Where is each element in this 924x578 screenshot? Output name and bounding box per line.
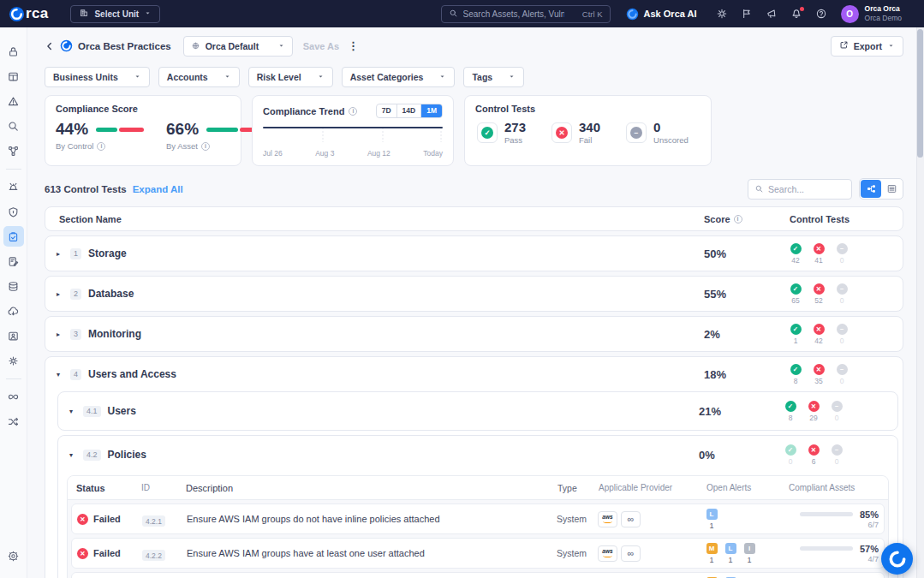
notification-dot [800,7,804,11]
ask-orca-ai-button[interactable]: Ask Orca AI [626,8,697,21]
orca-chat-button[interactable] [881,543,913,575]
chevron-down-icon[interactable]: ▾ [57,371,70,378]
section-line-4[interactable]: ▾ 4 Users and Access 18% ✓8✕35−0 [45,357,903,391]
column-section-name: Section Name [59,214,704,224]
unscored-icon: − [832,444,843,456]
sidebar-item-search-icon[interactable] [3,116,24,136]
theme-icon[interactable] [716,8,728,20]
table-search-input[interactable] [768,184,842,194]
fail-count: 41 [814,256,822,265]
profile-selector[interactable]: Orca Default [183,36,293,57]
export-button[interactable]: Export [831,36,903,57]
filter-business-units[interactable]: Business Units [45,67,150,87]
sidebar-settings-icon[interactable] [3,545,24,566]
sidebar-item-attack-path-icon[interactable] [3,140,24,161]
severity-badge-M[interactable]: M [706,543,718,554]
section-tests: ✓42✕41−0 [790,243,903,265]
user-menu[interactable]: O Orca Orca Orca Demo [841,4,902,23]
notifications-icon[interactable] [790,8,802,20]
select-unit-dropdown[interactable]: Select Unit [70,5,160,23]
info-icon[interactable]: i [734,215,742,223]
chevron-down-icon[interactable]: ▾ [69,451,83,459]
stat-value: 0 [653,121,689,134]
subsection-row: ▾ 4.1 Users 21% ✓8✕29−0 [57,391,898,431]
chevron-right-icon[interactable]: ▸ [57,331,70,338]
status-label: Failed [93,514,121,524]
compliance-score-card: Compliance Score 44% By Controli 66% [45,95,241,166]
sidebar-item-data-icon[interactable] [3,276,24,296]
pass-count: 1 [794,337,798,345]
expand-all-link[interactable]: Expand All [133,184,183,194]
sidebar-item-integrations-icon[interactable] [3,386,24,407]
control-row[interactable]: ✕Failed 4.2.3 AWS IAM policy allows full… [71,572,885,578]
sidebar-item-dashboard-icon[interactable] [3,66,24,86]
announcement-icon[interactable] [766,8,778,20]
global-search[interactable]: Ctrl K [441,5,611,23]
tree-view-button[interactable] [861,180,881,198]
stat-pass[interactable]: ✓ 273Pass [477,121,526,145]
section-line-2[interactable]: ▸ 2 Database 55% ✓65✕52−0 [45,277,903,311]
aws-provider-icon: aws [598,545,617,562]
chevron-right-icon[interactable]: ▸ [57,290,70,298]
scrollbar-thumb[interactable] [917,29,923,158]
section-row: ▾ 4 Users and Access 18% ✓8✕35−0 ▾ 4.1 U… [45,356,903,578]
pass-count: 42 [791,256,799,265]
severity-badge-I[interactable]: I [744,543,755,554]
stat-unscored[interactable]: − 0Unscored [626,121,689,145]
subsection-line-4.2[interactable]: ▾ 4.2 Policies 0% ✓0✕6−0 [58,436,897,474]
control-row[interactable]: ✕Failed 4.2.1 Ensure AWS IAM groups do n… [71,504,885,534]
table-search[interactable] [748,179,852,200]
help-icon[interactable] [815,8,827,20]
stat-fail[interactable]: ✕ 340Fail [551,121,600,145]
sidebar-item-alerts-icon[interactable] [3,91,24,111]
info-icon[interactable]: i [349,107,357,116]
sidebar-item-shield-icon[interactable] [3,201,24,222]
control-type: System [557,548,598,558]
filter-risk-level[interactable]: Risk Level [248,67,333,87]
fail-icon: ✕ [814,243,825,254]
orca-logo[interactable]: rca [9,5,48,22]
subsection-line-4.1[interactable]: ▾ 4.1 Users 21% ✓8✕29−0 [58,392,897,430]
severity-badge-L[interactable]: L [725,543,736,554]
chevron-right-icon[interactable]: ▸ [57,250,70,258]
sidebar-item-policy-edit-icon[interactable] [3,251,24,271]
sidebar-item-cloud-icon[interactable] [3,301,24,321]
pass-icon-box: ✓ [477,122,498,143]
more-options-button[interactable]: ⋮ [348,39,359,52]
filter-accounts[interactable]: Accounts [158,67,240,87]
bar-pass-segment [206,128,238,132]
filter-label: Tags [472,72,492,82]
range-1m-button[interactable]: 1M [420,104,442,117]
col-id: ID [141,483,186,492]
range-14d-button[interactable]: 14D [396,104,421,117]
info-icon[interactable]: i [201,142,210,151]
sidebar-item-inventory-icon[interactable] [3,325,24,346]
sidebar-item-compliance-icon[interactable] [3,226,24,247]
severity-badge-L[interactable]: L [706,509,718,520]
section-tests: ✓8✕35−0 [790,364,903,385]
filter-asset-categories[interactable]: Asset Categories [342,67,456,87]
control-row[interactable]: ✕Failed 4.2.2 Ensure AWS IAM groups have… [71,538,885,569]
compliance-trend-card: Compliance Trendi 7D14D1M Jul 26Aug 3Aug… [252,95,454,166]
sidebar-item-automation-icon[interactable] [3,350,24,371]
controls-header-row: Status ID Description Type Applicable Pr… [68,476,888,500]
section-tests: ✓65✕52−0 [790,283,903,305]
section-score: 18% [704,368,790,381]
info-icon[interactable]: i [97,142,105,151]
chevron-down-icon[interactable]: ▾ [69,408,83,415]
left-sidebar [0,27,27,578]
range-7d-button[interactable]: 7D [377,104,396,117]
sidebar-item-lock-icon[interactable] [3,41,24,62]
section-line-3[interactable]: ▸ 3 Monitoring 2% ✓1✕42−0 [45,317,903,351]
section-line-1[interactable]: ▸ 1 Storage 50% ✓42✕41−0 [45,236,903,271]
global-search-input[interactable] [463,9,564,19]
filter-tags[interactable]: Tags [463,67,524,87]
bar-fail-segment [119,128,144,132]
save-as-button[interactable]: Save As [303,41,339,51]
sidebar-item-nodes-icon[interactable] [3,411,24,432]
unscored-count: 0 [840,337,844,345]
list-view-button[interactable] [881,180,902,198]
sidebar-item-radar-icon[interactable] [3,176,24,197]
back-button[interactable] [45,41,55,51]
flag-icon[interactable] [741,8,753,20]
